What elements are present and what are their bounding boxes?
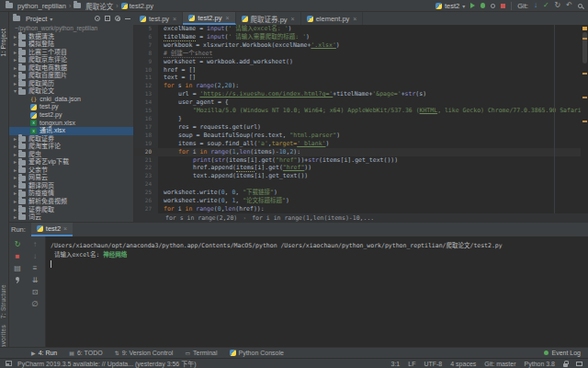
print-button[interactable]: ⊡ <box>32 289 39 296</box>
stop-button[interactable]: ■ <box>16 253 20 260</box>
tree-item[interactable]: ▸解析免费视频 <box>9 198 133 206</box>
line-separator[interactable]: LF <box>408 361 415 367</box>
clear-all-button[interactable]: ∅ <box>32 301 39 308</box>
tree-item[interactable]: ▸爬取京东评论 <box>9 56 133 64</box>
code-line[interactable]: 7workbook = xlsxwriter.Workbook(excelNam… <box>134 41 588 50</box>
indent-style[interactable]: 4 spaces <box>450 361 476 367</box>
code-context-item[interactable]: for i in range(1,len(items)-10,... <box>252 214 374 222</box>
tree-item[interactable]: ▸爬取百度图片 <box>9 72 133 80</box>
toolwindow-button-run[interactable]: ▶4: Run <box>31 350 57 356</box>
tree-item[interactable]: ▸爬取电商数据 <box>9 64 133 73</box>
tree-item[interactable]: ▸证券爬取 <box>9 206 133 214</box>
pin-tab-button[interactable] <box>16 277 19 281</box>
breadcrumb-item[interactable]: 爬取论文 <box>74 1 113 11</box>
git-rollback-button[interactable]: ↶ <box>566 2 572 9</box>
caret-position[interactable]: 3:1 <box>391 361 401 367</box>
status-message[interactable]: PyCharm 2019.3.5 available: // Updata...… <box>17 359 197 368</box>
toolwindow-button-terminal[interactable]: ▭Terminal <box>185 350 217 356</box>
event-log-button[interactable]: Event Log <box>544 350 588 356</box>
code-line[interactable]: 25worksheet.write(0, 0, "下载链接") <box>134 189 588 197</box>
console-output[interactable]: /Users/xiaochaun/opt/anaconda3/python.ap… <box>47 236 588 347</box>
debug-button[interactable] <box>481 3 485 8</box>
code-line[interactable]: 12for s in range(2,20): <box>134 82 588 90</box>
tree-item[interactable]: ▸爬淘宝评论 <box>9 143 133 151</box>
breadcrumb-item[interactable]: test2.py <box>121 2 153 10</box>
tree-item[interactable]: ▸词云 <box>9 213 133 222</box>
tree-item[interactable]: ▸爬取证券 <box>9 135 133 144</box>
code-line[interactable]: 11text = [] <box>134 74 588 82</box>
code-line[interactable]: 16} <box>134 115 588 123</box>
breadcrumb-item[interactable]: python_reptilian <box>6 2 66 10</box>
tree-item[interactable]: ▸网易云 <box>9 174 133 182</box>
code-editor[interactable]: 5excelName = input(' 请输入excel名: ')6titel… <box>134 25 588 213</box>
code-line[interactable]: 6titelName = input(' 请输入需要爬取的标题: ') <box>134 33 588 41</box>
close-icon[interactable]: × <box>291 16 295 22</box>
tree-item[interactable]: ▸防疫疫情 <box>9 190 133 198</box>
reader-mode-icon[interactable] <box>576 362 582 366</box>
code-line[interactable]: 18soup = BeautifulSoup(res.text, "html.p… <box>134 132 588 140</box>
tree-item[interactable]: ▸模拟登陆 <box>9 40 133 49</box>
console-user-input[interactable]: 神经网络 <box>103 251 127 259</box>
tree-item[interactable]: ▸比赛三个项目 <box>9 49 133 57</box>
editor-tab[interactable]: test.py× <box>134 12 183 25</box>
code-line[interactable]: 14user_agent = { <box>134 98 588 107</box>
git-history-button[interactable]: ↻ <box>555 2 561 9</box>
inspection-indicator[interactable] <box>582 27 587 30</box>
file-encoding[interactable]: UTF-8 <box>424 361 442 367</box>
tree-item[interactable]: ▸数据清洗 <box>9 33 133 41</box>
editor-tab[interactable]: element.py× <box>301 12 364 25</box>
tool-tab-structure[interactable]: 7: Structure <box>0 284 9 318</box>
locate-file-button[interactable] <box>95 16 100 21</box>
project-root-path[interactable]: ~/python_work/python_reptilian <box>9 25 133 33</box>
coverage-button[interactable] <box>491 4 495 8</box>
git-commit-button[interactable]: ✓ <box>543 2 549 9</box>
editor-scrollbar[interactable] <box>581 25 588 213</box>
editor-tab[interactable]: 爬取证券.py× <box>236 12 301 25</box>
restore-layout-button[interactable]: ▤ <box>14 265 21 272</box>
code-line[interactable]: 10href = [] <box>134 66 588 75</box>
git-branch[interactable]: Git: master <box>484 361 515 367</box>
close-icon[interactable]: × <box>225 15 229 21</box>
stop-button[interactable] <box>501 4 505 8</box>
tool-tab-project[interactable]: 1: Project <box>0 29 9 56</box>
code-line[interactable]: 24 <box>134 180 588 189</box>
code-line[interactable]: 5excelName = input(' 请输入excel名: ') <box>134 25 588 33</box>
code-line[interactable]: 20for i in range(1,len(items)-10,2): <box>134 148 588 156</box>
python-interpreter[interactable]: Python 3.8 <box>525 361 555 367</box>
git-update-button[interactable]: ↓ <box>534 2 537 9</box>
code-line[interactable]: 17res = requests.get(url) <box>134 123 588 132</box>
tree-item[interactable]: ▾爬取论文 <box>9 87 133 96</box>
close-icon[interactable]: × <box>353 16 356 22</box>
code-area[interactable]: 5excelName = input(' 请输入excel名: ')6titel… <box>134 25 588 213</box>
code-line[interactable]: 22href.append(items[i].get("href")) <box>134 164 588 172</box>
code-line[interactable]: 26worksheet.write(0, 1, "论文标题标题") <box>134 197 588 205</box>
tree-item[interactable]: ▸父亲节 <box>9 167 133 175</box>
tree-item[interactable]: cnki_data.json <box>9 96 133 104</box>
toggle-toolwindows-icon[interactable] <box>6 361 12 366</box>
down-stack-trace-button[interactable]: ↓ <box>33 253 37 260</box>
code-line[interactable]: 19items = soup.find_all('a',target='_bla… <box>134 140 588 148</box>
code-line[interactable]: 15"Mozilla/5.0 (Windows NT 10.0; Win64; … <box>134 107 588 115</box>
search-everywhere-icon[interactable] <box>578 4 582 8</box>
lock-icon[interactable] <box>563 363 568 367</box>
run-button[interactable] <box>470 3 475 8</box>
code-line[interactable]: 27for i in range(0,len(href)): <box>134 205 588 213</box>
chevron-down-icon[interactable]: ▾ <box>50 16 52 22</box>
close-icon[interactable]: × <box>173 16 176 22</box>
code-line[interactable]: 8# 创建一个sheet <box>134 50 588 58</box>
up-stack-trace-button[interactable]: ↑ <box>33 241 37 248</box>
console-caret-line[interactable] <box>51 259 588 269</box>
project-panel-title[interactable]: Project <box>26 15 47 23</box>
toolwindow-button-todo[interactable]: ▤6: TODO <box>69 350 102 356</box>
tree-item[interactable]: test2.py <box>9 111 133 120</box>
code-line[interactable]: 21print(str(items[i].get("href"))+str(it… <box>134 156 588 165</box>
code-line[interactable]: 23text.append(items[i].get_text()) <box>134 172 588 180</box>
tree-item[interactable]: ▸爬虫 <box>9 151 133 159</box>
settings-gear-icon[interactable] <box>115 16 120 21</box>
tree-item[interactable]: test.py <box>9 103 133 111</box>
close-icon[interactable]: × <box>63 225 67 232</box>
code-line[interactable]: 13url = 'https://s.ixueshu.com/index.htm… <box>134 90 588 98</box>
toolwindow-button-python[interactable]: Python Console <box>230 350 284 356</box>
soft-wrap-button[interactable]: ≡ <box>33 265 38 272</box>
toolwindow-button-vcs[interactable]: ⇅9: Version Control <box>115 350 174 356</box>
